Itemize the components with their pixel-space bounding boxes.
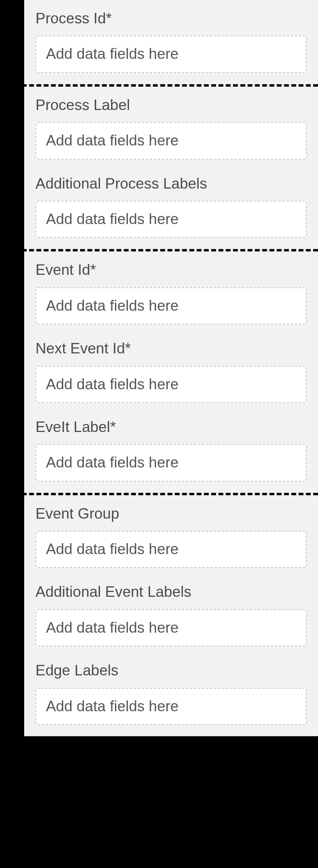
field-label-process-label: Process Label (35, 96, 307, 114)
field-label-event-label: EveIt Label* (35, 418, 307, 436)
field-label-additional-event-labels: Additional Event Labels (35, 583, 307, 601)
field-label-additional-process-labels: Additional Process Labels (35, 175, 307, 193)
drop-well-process-label[interactable]: Add data fields here (35, 122, 307, 159)
field-group-event-group: Event Group Add data fields here (35, 505, 307, 568)
section-process-labels: Process Label Add data fields here Addit… (24, 87, 318, 249)
field-group-process-label: Process Label Add data fields here (35, 96, 307, 160)
field-label-next-event-id: Next Event Id* (35, 340, 307, 357)
field-label-event-id: Event Id* (35, 261, 307, 279)
drop-well-event-group[interactable]: Add data fields here (35, 531, 307, 568)
drop-well-additional-event-labels[interactable]: Add data fields here (35, 609, 307, 646)
field-label-edge-labels: Edge Labels (35, 662, 307, 679)
drop-well-edge-labels[interactable]: Add data fields here (35, 688, 307, 725)
drop-well-next-event-id[interactable]: Add data fields here (35, 366, 307, 403)
field-group-event-id: Event Id* Add data fields here (35, 261, 307, 324)
field-group-event-label: EveIt Label* Add data fields here (35, 418, 307, 482)
field-group-process-id: Process Id* Add data fields here (35, 10, 307, 73)
field-label-event-group: Event Group (35, 505, 307, 523)
drop-well-event-label[interactable]: Add data fields here (35, 444, 307, 481)
field-group-additional-process-labels: Additional Process Labels Add data field… (35, 175, 307, 238)
drop-well-additional-process-labels[interactable]: Add data fields here (35, 201, 307, 238)
section-events: Event Id* Add data fields here Next Even… (24, 251, 318, 492)
field-well-panel: Process Id* Add data fields here Process… (24, 0, 318, 736)
drop-well-process-id[interactable]: Add data fields here (35, 35, 307, 73)
drop-well-event-id[interactable]: Add data fields here (35, 287, 307, 324)
field-group-next-event-id: Next Event Id* Add data fields here (35, 340, 307, 403)
field-group-edge-labels: Edge Labels Add data fields here (35, 662, 307, 725)
field-group-additional-event-labels: Additional Event Labels Add data fields … (35, 583, 307, 646)
section-event-extras: Event Group Add data fields here Additio… (24, 495, 318, 736)
field-label-process-id: Process Id* (35, 10, 307, 27)
section-process-id: Process Id* Add data fields here (24, 0, 318, 84)
